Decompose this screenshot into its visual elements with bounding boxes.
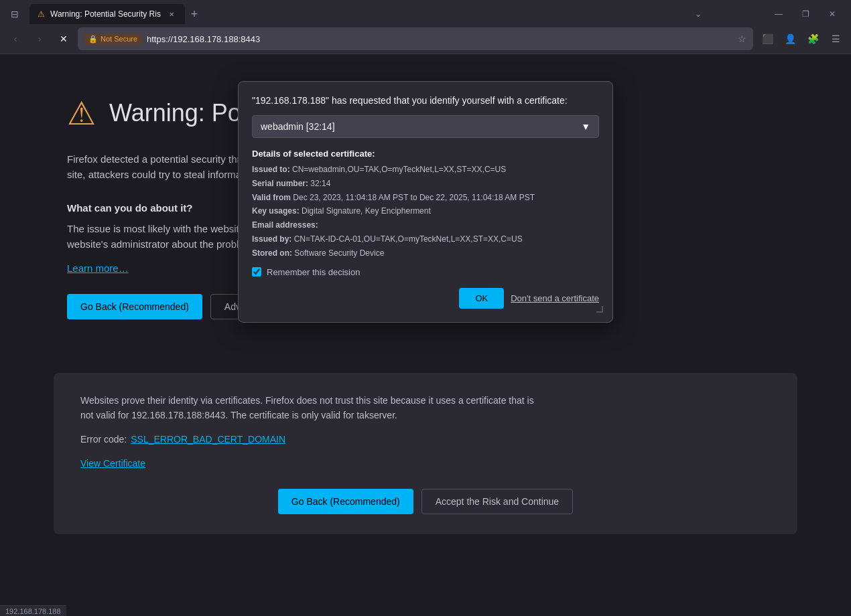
menu-button[interactable]: ☰	[826, 29, 846, 49]
tab-label: Warning: Potential Security Ris	[50, 9, 161, 19]
active-tab[interactable]: ⚠ Warning: Potential Security Ris ✕	[29, 4, 185, 24]
remember-decision-label: Remember this decision	[267, 267, 360, 277]
address-bar[interactable]: 🔒 Not Secure https://192.168.178.188:844…	[78, 27, 753, 50]
nav-icons-right: ⬛ 👤 🧩 ☰	[757, 29, 846, 49]
cert-issued-by: Issued by: CN=TAK-ID-CA-01,OU=TAK,O=myTe…	[252, 234, 599, 245]
forward-button[interactable]: ›	[29, 29, 50, 49]
nav-bar: ‹ › ✕ 🔒 Not Secure https://192.168.178.1…	[0, 24, 851, 54]
modal-title: "192.168.178.188" has requested that you…	[252, 95, 599, 106]
new-tab-button[interactable]: +	[185, 5, 204, 23]
security-badge-label: Not Secure	[101, 35, 137, 43]
cert-email: Email addresses:	[252, 220, 599, 231]
tab-overflow-button[interactable]: ⌄	[685, 2, 712, 26]
page-content: ⚠ Warning: Potential Security Risk... Fi…	[0, 54, 851, 616]
dont-send-certificate-button[interactable]: Don't send a certificate	[511, 293, 599, 303]
url-text: https://192.168.178.188:8443	[147, 34, 732, 44]
remember-decision-row: Remember this decision	[252, 267, 599, 277]
cert-key-usages: Key usages: Digital Signature, Key Encip…	[252, 206, 599, 217]
sidebar-toggle-icon[interactable]: ⊟	[5, 5, 24, 23]
cert-issued-to: Issued to: CN=webadmin,OU=TAK,O=myTeckNe…	[252, 164, 599, 175]
minimize-button[interactable]: —	[765, 2, 792, 26]
lock-icon: 🔒	[88, 35, 98, 44]
tab-favicon: ⚠	[38, 9, 45, 19]
reload-stop-button[interactable]: ✕	[54, 29, 74, 49]
cert-serial-number: Serial number: 32:14	[252, 178, 599, 189]
extensions-button[interactable]: 🧩	[803, 29, 823, 49]
cert-details-list: Issued to: CN=webadmin,OU=TAK,O=myTeckNe…	[252, 164, 599, 259]
resize-handle-icon	[596, 306, 603, 313]
cert-stored-on: Stored on: Software Security Device	[252, 248, 599, 259]
dropdown-arrow-icon: ▼	[581, 121, 590, 132]
cert-valid-from: Valid from Dec 23, 2023, 11:04:18 AM PST…	[252, 192, 599, 204]
certificate-modal: "192.168.178.188" has requested that you…	[238, 81, 613, 323]
pocket-button[interactable]: ⬛	[757, 29, 777, 49]
tab-close-button[interactable]: ✕	[166, 9, 177, 19]
certificate-dropdown[interactable]: webadmin [32:14] ▼	[252, 115, 599, 138]
modal-overlay: "192.168.178.188" has requested that you…	[0, 54, 851, 616]
cert-details-title: Details of selected certificate:	[252, 149, 599, 159]
security-badge[interactable]: 🔒 Not Secure	[84, 33, 141, 45]
browser-chrome: ⊟ ⚠ Warning: Potential Security Ris ✕ + …	[0, 0, 851, 54]
bookmark-star-icon[interactable]: ☆	[738, 33, 746, 44]
modal-buttons: OK Don't send a certificate	[252, 288, 599, 309]
account-button[interactable]: 👤	[780, 29, 800, 49]
cert-selected-value: webadmin [32:14]	[261, 121, 335, 132]
remember-decision-checkbox[interactable]	[252, 267, 261, 277]
ok-button[interactable]: OK	[459, 288, 504, 309]
close-window-button[interactable]: ✕	[819, 2, 846, 26]
maximize-button[interactable]: ❐	[792, 2, 819, 26]
back-button[interactable]: ‹	[5, 29, 25, 49]
